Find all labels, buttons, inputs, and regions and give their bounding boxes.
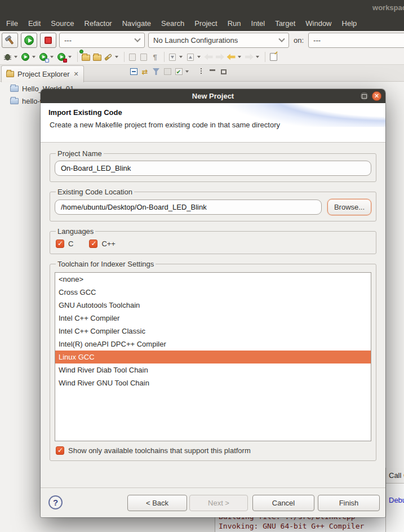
profile-icon[interactable] xyxy=(38,52,48,62)
code-location-label: Existing Code Location xyxy=(56,188,134,196)
build-button[interactable] xyxy=(2,33,18,48)
language-cpp-label: C++ xyxy=(101,240,116,248)
cancel-button[interactable]: Cancel xyxy=(252,495,314,511)
dialog-titlebar[interactable]: New Project ✕ xyxy=(41,89,385,103)
menu-item[interactable]: Intel xyxy=(246,17,270,30)
checkbox-checked-icon[interactable] xyxy=(89,240,97,248)
run-menu-caret[interactable] xyxy=(32,56,35,58)
menu-item[interactable]: File xyxy=(1,17,23,30)
next-button[interactable]: Next > xyxy=(189,495,248,511)
maximize-view-icon[interactable] xyxy=(219,66,229,77)
word-wrap-icon[interactable] xyxy=(139,52,149,62)
checkbox-checked-icon[interactable] xyxy=(56,240,64,248)
back-history-icon[interactable] xyxy=(226,52,236,62)
view-menu-icon[interactable] xyxy=(196,66,206,77)
last-edit-location-icon[interactable] xyxy=(203,52,214,62)
previous-annotation-caret[interactable] xyxy=(197,56,201,58)
toolchain-list-item[interactable]: Wind River Diab Tool Chain xyxy=(55,363,371,376)
folder-icon xyxy=(10,86,19,92)
package-presentation-icon[interactable] xyxy=(162,66,172,77)
folder-icon xyxy=(10,98,19,104)
working-set-icon[interactable]: ✔ xyxy=(174,66,184,77)
help-icon[interactable]: ? xyxy=(48,495,63,509)
collapse-all-icon[interactable] xyxy=(128,66,139,77)
forward-history-caret[interactable] xyxy=(256,56,259,58)
link-with-editor-icon[interactable]: ⇄ xyxy=(140,66,150,77)
project-name-group: Project Name xyxy=(50,149,376,182)
menu-item[interactable]: Source xyxy=(46,17,79,30)
code-location-input[interactable] xyxy=(55,200,322,215)
previous-annotation-icon[interactable] xyxy=(185,52,196,62)
languages-label: Languages xyxy=(56,227,95,236)
toolchain-list-item[interactable]: Wind River GNU Tool Chain xyxy=(55,376,371,389)
block-selection-icon[interactable] xyxy=(127,52,137,62)
launch-mode-dropdown[interactable]: --- xyxy=(59,33,145,48)
minimize-view-icon[interactable] xyxy=(207,66,217,77)
next-edit-location-icon[interactable] xyxy=(215,52,225,62)
stop-button[interactable] xyxy=(40,33,56,48)
toolchain-list-item[interactable]: Intel C++ Compiler xyxy=(55,312,371,325)
debug-icon[interactable] xyxy=(2,52,12,62)
browse-button[interactable]: Browse... xyxy=(327,199,371,215)
project-name-label: Project Name xyxy=(56,149,104,158)
toolchain-list-item[interactable]: Intel(R) oneAPI DPC++ Compiler xyxy=(55,338,371,351)
menu-item[interactable]: Refactor xyxy=(79,17,117,30)
run-button[interactable] xyxy=(21,33,37,48)
search-menu-caret[interactable] xyxy=(115,56,118,58)
import-folder-icon[interactable] xyxy=(81,52,91,62)
toolchain-list-item[interactable]: <none> xyxy=(55,273,371,286)
working-set-caret[interactable] xyxy=(185,70,189,73)
menu-item[interactable]: Target xyxy=(270,17,300,30)
launch-mode-value: --- xyxy=(64,36,72,45)
menu-item[interactable]: Help xyxy=(337,17,362,30)
language-c-label: C xyxy=(68,240,73,248)
run-icon xyxy=(24,36,34,45)
explorer-header: Project Explorer ✕ ⇄ ✔ xyxy=(0,64,404,82)
open-folder-icon[interactable] xyxy=(92,52,102,62)
tab-call-hierarchy[interactable]: Call C xyxy=(386,468,404,484)
launch-target-dropdown[interactable]: --- xyxy=(308,33,404,48)
show-only-option[interactable]: Show only available toolchains that supp… xyxy=(55,446,371,455)
menu-item[interactable]: Navigate xyxy=(117,17,156,30)
back-history-caret[interactable] xyxy=(238,56,241,58)
maximize-icon[interactable] xyxy=(359,91,369,101)
dialog-body: Project Name Existing Code Location Brow… xyxy=(41,143,385,461)
next-annotation-icon[interactable] xyxy=(167,52,177,62)
coverage-menu-caret[interactable] xyxy=(68,56,72,58)
toolchain-list-item[interactable]: Intel C++ Compiler Classic xyxy=(55,325,371,338)
finish-button[interactable]: Finish xyxy=(318,495,380,511)
search-icon[interactable] xyxy=(103,52,113,62)
filter-icon[interactable] xyxy=(151,66,161,77)
run-last-icon[interactable] xyxy=(20,52,30,62)
show-whitespace-icon[interactable]: ¶ xyxy=(150,52,160,62)
profile-menu-caret[interactable] xyxy=(50,56,54,58)
back-button[interactable]: < Back xyxy=(127,495,187,511)
code-location-group: Existing Code Location Browse... xyxy=(50,188,376,221)
menu-item[interactable]: Project xyxy=(189,17,222,30)
stop-icon xyxy=(45,37,52,44)
toolchain-list-item[interactable]: Linux GCC xyxy=(55,351,371,363)
menu-item[interactable]: Run xyxy=(223,17,246,30)
forward-history-icon[interactable] xyxy=(244,52,254,62)
tab-close-icon[interactable]: ✕ xyxy=(73,70,78,78)
toolbar-separator xyxy=(77,52,78,62)
tab-label: Project Explorer xyxy=(17,70,69,78)
pin-editor-icon[interactable] xyxy=(268,52,278,62)
project-name-input[interactable] xyxy=(55,161,371,176)
toolchain-list-item[interactable]: Cross GCC xyxy=(55,286,371,299)
menu-item[interactable]: Search xyxy=(156,17,189,30)
coverage-icon[interactable] xyxy=(56,52,66,62)
menu-item[interactable]: Window xyxy=(300,17,336,30)
language-c-option[interactable]: C xyxy=(56,240,73,248)
close-icon[interactable]: ✕ xyxy=(372,91,381,101)
next-annotation-caret[interactable] xyxy=(179,56,183,58)
toolchain-list-item[interactable]: GNU Autotools Toolchain xyxy=(55,299,371,312)
debug-menu-caret[interactable] xyxy=(14,56,17,58)
launch-config-dropdown[interactable]: No Launch Configurations xyxy=(148,33,289,48)
menu-item[interactable]: Edit xyxy=(23,17,46,30)
debug-link[interactable]: Debu xyxy=(389,496,404,504)
tab-project-explorer[interactable]: Project Explorer ✕ xyxy=(1,65,84,82)
language-cpp-option[interactable]: C++ xyxy=(89,240,116,248)
checkbox-checked-icon[interactable] xyxy=(56,446,64,455)
console-line: Invoking: GNU 64-bit G++ Compiler xyxy=(219,522,404,530)
